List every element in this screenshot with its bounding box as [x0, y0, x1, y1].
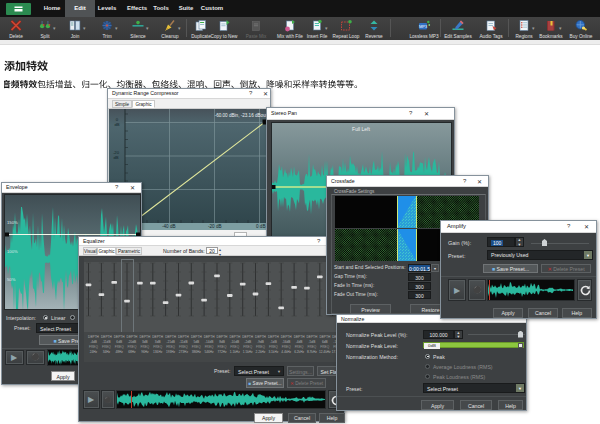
svg-text:50%: 50% — [7, 277, 16, 282]
svg-text:100%: 100% — [7, 249, 18, 254]
svg-text:-60.00 dBin, -23.16 dBout: -60.00 dBin, -23.16 dBout — [215, 113, 268, 118]
svg-text:MP3: MP3 — [419, 24, 428, 29]
svg-text:Full Left: Full Left — [352, 126, 370, 132]
svg-text:dB: dB — [113, 155, 118, 160]
svg-text:150%: 150% — [7, 220, 18, 225]
svg-text:dB: dB — [114, 122, 119, 127]
